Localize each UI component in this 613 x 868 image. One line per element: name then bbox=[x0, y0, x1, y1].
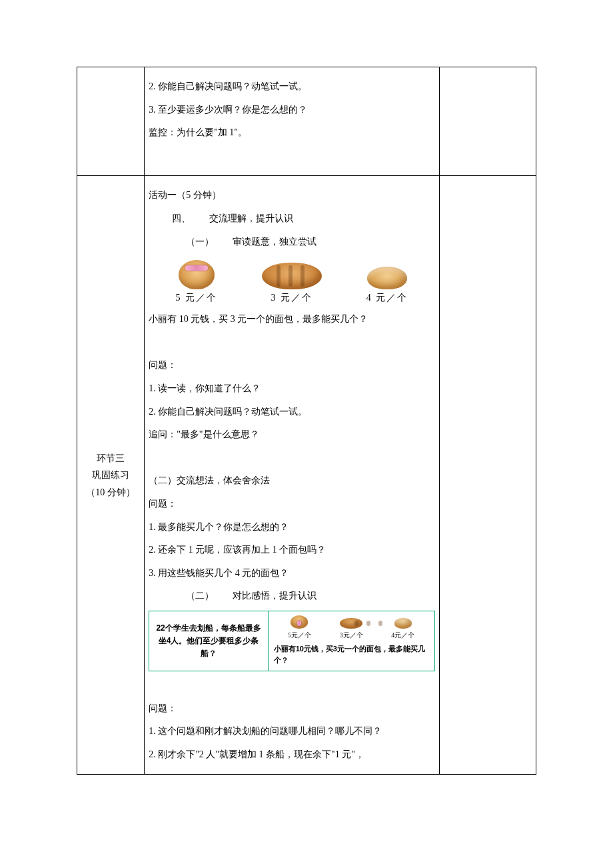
section-heading: 四、 交流理解，提升认识 bbox=[149, 210, 434, 228]
mini-bun: 5元／个 bbox=[288, 615, 311, 641]
question-item: 2. 还余下 1 元呢，应该再加上 1 个面包吗？ bbox=[149, 541, 434, 559]
notes-cell-prev bbox=[439, 67, 536, 176]
mini-bread-row: 5元／个 3元／个 4元／个 bbox=[274, 615, 429, 641]
bun-icon bbox=[291, 615, 308, 629]
notes-cell-3 bbox=[439, 176, 536, 775]
loaf-icon bbox=[262, 263, 322, 289]
compare-right: 5元／个 3元／个 4元／个 小丽有10元钱，买3元一个的面包，最多能买几个？ bbox=[268, 611, 435, 671]
question-heading: 问题： bbox=[149, 357, 434, 375]
activity-title: 活动一（5 分钟） bbox=[149, 187, 434, 205]
subsection-heading: （二）交流想法，体会舍余法 bbox=[149, 472, 434, 490]
stage-cell-3: 环节三 巩固练习 （10 分钟） bbox=[77, 176, 145, 775]
question-item: 1. 这个问题和刚才解决划船的问题哪儿相同？哪儿不同？ bbox=[149, 723, 434, 741]
subsection-heading: （一） 审读题意，独立尝试 bbox=[149, 233, 434, 251]
price-label: 5元／个 bbox=[288, 630, 311, 641]
stage-name: 环节三 bbox=[81, 450, 140, 467]
question-item: 2. 刚才余下"2 人"就要增加 1 条船，现在余下"1 元"， bbox=[149, 746, 434, 764]
content-cell-3: 活动一（5 分钟） 四、 交流理解，提升认识 （一） 审读题意，独立尝试 5 元… bbox=[145, 176, 439, 775]
followup: 追问："最多"是什么意思？ bbox=[149, 426, 434, 444]
compare-left-text: 22个学生去划船，每条船最多 bbox=[156, 622, 261, 635]
question-heading: 问题： bbox=[149, 495, 434, 513]
loaf-icon bbox=[340, 618, 362, 629]
price-label: 3元／个 bbox=[340, 630, 363, 641]
question-item: 3. 用这些钱能买几个 4 元的面包？ bbox=[149, 565, 434, 583]
text-line: 3. 至少要运多少次啊？你是怎么想的？ bbox=[149, 101, 434, 119]
compare-right-question: 小丽有10元钱，买3元一个的面包，最多能买几个？ bbox=[274, 643, 429, 667]
bread-item-cookie: 4 元／个 bbox=[339, 267, 434, 304]
mini-cookie: 4元／个 bbox=[391, 618, 414, 641]
price-label: 3 元／个 bbox=[271, 293, 313, 303]
bread-item-bun: 5 元／个 bbox=[149, 260, 244, 304]
question-item: 1. 最多能买几个？你是怎么想的？ bbox=[149, 519, 434, 537]
compare-left-text: 坐4人。他们至少要租多少条船？ bbox=[155, 635, 263, 660]
mini-loaf: 3元／个 bbox=[340, 618, 363, 641]
table-row: 2. 你能自己解决问题吗？动笔试一试。 3. 至少要运多少次啊？你是怎么想的？ … bbox=[77, 67, 536, 176]
question-item: 1. 读一读，你知道了什么？ bbox=[149, 380, 434, 398]
price-label: 4 元／个 bbox=[366, 293, 408, 303]
bun-icon bbox=[179, 260, 215, 289]
price-label: 5 元／个 bbox=[175, 293, 217, 303]
price-label: 4元／个 bbox=[391, 630, 414, 641]
stage-cell-prev bbox=[77, 67, 145, 176]
spacer bbox=[149, 147, 434, 165]
spacer bbox=[149, 334, 434, 352]
content-cell-prev: 2. 你能自己解决问题吗？动笔试一试。 3. 至少要运多少次啊？你是怎么想的？ … bbox=[145, 67, 439, 176]
cookie-icon bbox=[367, 267, 407, 289]
cookie-icon bbox=[394, 618, 412, 629]
problem-statement: 小丽有 10 元钱，买 3 元一个的面包，最多能买几个？ bbox=[149, 311, 434, 329]
question-heading: 问题： bbox=[149, 700, 434, 718]
text-line: 2. 你能自己解决问题吗？动笔试一试。 bbox=[149, 78, 434, 96]
compare-left: 22个学生去划船，每条船最多 坐4人。他们至少要租多少条船？ bbox=[149, 611, 269, 671]
stage-subname: 巩固练习 bbox=[81, 467, 140, 483]
spacer bbox=[149, 449, 434, 467]
compare-box: 22个学生去划船，每条船最多 坐4人。他们至少要租多少条船？ 5元／个 3元／个 bbox=[149, 611, 434, 671]
question-item: 2. 你能自己解决问题吗？动笔试一试。 bbox=[149, 403, 434, 421]
spacer bbox=[149, 677, 434, 695]
subsection-heading: （二） 对比感悟，提升认识 bbox=[149, 587, 434, 605]
table-row: 环节三 巩固练习 （10 分钟） 活动一（5 分钟） 四、 交流理解，提升认识 … bbox=[77, 176, 536, 775]
bread-item-loaf: 3 元／个 bbox=[244, 263, 339, 304]
bread-price-row: 5 元／个 3 元／个 4 元／个 bbox=[149, 256, 434, 305]
text-line: 监控：为什么要"加 1"。 bbox=[149, 124, 434, 142]
stage-duration: （10 分钟） bbox=[81, 484, 140, 501]
